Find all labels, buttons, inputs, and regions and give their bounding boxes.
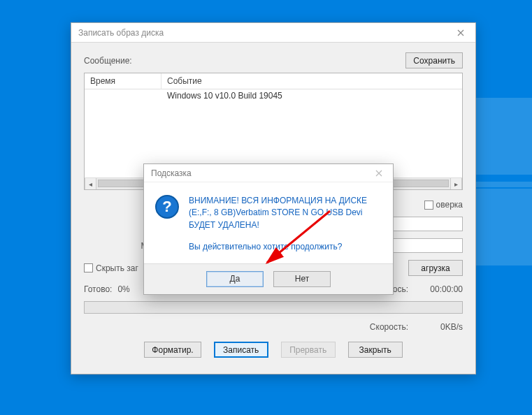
window-title: Записать образ диска xyxy=(78,28,164,38)
log-row: Windows 10 v10.0 Build 19045 xyxy=(85,89,462,102)
scroll-left-button[interactable]: ◂ xyxy=(85,178,96,189)
confirm-dialog: Подсказка ? ВНИМАНИЕ! ВСЯ ИНФОРМАЦИЯ НА … xyxy=(143,163,394,295)
window-close-button[interactable] xyxy=(446,23,475,43)
verify-checkbox[interactable] xyxy=(424,201,433,210)
message-label: Сообщение: xyxy=(84,56,132,66)
dialog-warning-text: ВНИМАНИЕ! ВСЯ ИНФОРМАЦИЯ НА ДИСКЕ (E:,F:… xyxy=(189,195,382,231)
scroll-right-button[interactable]: ▸ xyxy=(450,178,462,189)
dialog-confirm-text: Вы действительно хотите продолжить? xyxy=(189,241,382,253)
verify-label: оверка xyxy=(436,200,463,210)
window-titlebar[interactable]: Записать образ диска xyxy=(71,23,475,43)
verify-checkbox-row[interactable]: оверка xyxy=(424,200,463,210)
ready-label: Готово: xyxy=(84,284,112,294)
dialog-title: Подсказка xyxy=(151,168,192,178)
hide-boot-checkbox[interactable] xyxy=(84,263,93,272)
dialog-message: ВНИМАНИЕ! ВСЯ ИНФОРМАЦИЯ НА ДИСКЕ (E:,F:… xyxy=(189,195,382,254)
boot-button[interactable]: агрузка xyxy=(408,260,463,276)
log-header: Время Событие xyxy=(85,73,462,89)
log-time-cell xyxy=(85,89,161,102)
dialog-yes-button[interactable]: Да xyxy=(206,271,264,287)
write-button[interactable]: Записать xyxy=(214,342,268,358)
question-icon: ? xyxy=(155,195,179,219)
hide-boot-checkbox-row[interactable]: Скрыть заг xyxy=(84,263,138,273)
col-header-event[interactable]: Событие xyxy=(161,73,462,89)
format-button[interactable]: Форматир. xyxy=(144,342,201,358)
speed-label: Скорость: xyxy=(370,322,408,332)
hide-boot-label: Скрыть заг xyxy=(96,263,138,273)
close-button[interactable]: Закрыть xyxy=(348,342,403,358)
progress-bar xyxy=(84,301,463,314)
abort-button: Прервать xyxy=(281,342,336,358)
dialog-close-button[interactable] xyxy=(365,164,393,182)
save-log-button[interactable]: Сохранить xyxy=(405,52,463,68)
col-header-time[interactable]: Время xyxy=(85,73,161,89)
close-icon xyxy=(375,170,382,177)
dialog-no-button[interactable]: Нет xyxy=(273,271,331,287)
close-icon xyxy=(457,29,464,36)
dialog-titlebar[interactable]: Подсказка xyxy=(144,164,393,182)
remaining-value: 00:00:00 xyxy=(414,284,463,294)
speed-value: 0KB/s xyxy=(414,322,463,332)
log-event-cell: Windows 10 v10.0 Build 19045 xyxy=(161,89,462,102)
